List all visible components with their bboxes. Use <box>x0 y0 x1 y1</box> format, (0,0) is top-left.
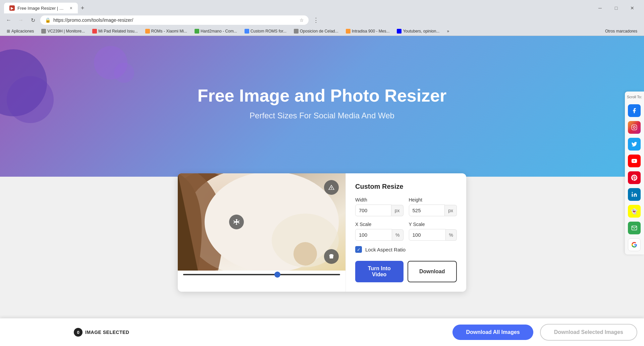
maximize-button[interactable]: □ <box>608 3 624 13</box>
address-bar[interactable]: 🔒 https://promo.com/tools/image-resizer/… <box>40 15 309 25</box>
slider-fill <box>183 274 277 275</box>
bookmark-hard2mano[interactable]: Hard2mano - Com... <box>192 28 240 34</box>
image-panel <box>178 173 345 292</box>
image-slider[interactable] <box>183 274 340 275</box>
yscale-input[interactable] <box>409 229 446 241</box>
svg-point-5 <box>293 242 317 266</box>
lock-aspect-ratio-label: Lock Aspect Ratio <box>365 247 406 252</box>
hero-section: Free Image and Photo Resizer Perfect Siz… <box>0 36 644 177</box>
bookmark-label: Mi Pad Related Issu... <box>98 29 138 34</box>
address-text: https://promo.com/tools/image-resizer/ <box>53 17 297 23</box>
svg-rect-6 <box>632 125 637 130</box>
bookmark-vc239h[interactable]: VC239H | Monitore... <box>39 28 88 34</box>
tab-favicon: ▶ <box>9 5 15 11</box>
svg-point-10 <box>632 192 633 193</box>
bookmark-label: Oposicion de Celad... <box>300 29 338 34</box>
bookmark-star-icon[interactable]: ☆ <box>300 17 304 23</box>
tab-label: Free Image Resizer | Resize Your... <box>17 6 66 11</box>
bookmark-apps[interactable]: ⊞ Aplicaciones <box>4 28 37 34</box>
yscale-input-row: % <box>409 229 457 241</box>
email-icon[interactable] <box>628 222 641 234</box>
yscale-unit: % <box>446 229 457 241</box>
slider-thumb[interactable] <box>274 272 280 278</box>
width-input[interactable] <box>355 205 391 216</box>
height-unit: px <box>445 205 457 216</box>
social-sidebar: Scroll To: 👻 <box>625 92 644 254</box>
new-tab-button[interactable]: + <box>78 3 87 13</box>
pinterest-icon[interactable] <box>628 171 641 184</box>
bookmark-label: » <box>447 29 449 34</box>
hero-decorative-circle-2 <box>114 63 134 83</box>
instagram-icon[interactable] <box>628 121 641 134</box>
tool-card: Custom Resize Width px Height <box>178 173 466 292</box>
bookmark-intradisa[interactable]: Intradisa 900 - Mes... <box>343 28 392 34</box>
scroll-to-label: Scroll To: <box>627 95 642 99</box>
image-warning-button[interactable] <box>324 180 339 195</box>
xscale-label: X Scale <box>355 222 404 227</box>
height-field-group: Height px <box>409 197 457 216</box>
bookmarks-bar: ⊞ Aplicaciones VC239H | Monitore... Mi P… <box>0 27 644 36</box>
coconut-image <box>178 173 345 271</box>
image-slider-bar <box>178 271 345 279</box>
image-preview <box>178 173 345 271</box>
bookmark-label: Intradisa 900 - Mes... <box>352 29 390 34</box>
height-input[interactable] <box>409 205 445 216</box>
tool-area: Custom Resize Width px Height <box>0 167 644 298</box>
youtube-icon[interactable] <box>628 155 641 167</box>
address-bar-row: ← → ↻ 🔒 https://promo.com/tools/image-re… <box>0 13 644 27</box>
lock-aspect-ratio-row: ✓ Lock Aspect Ratio <box>355 246 457 253</box>
hero-subtitle: Perfect Sizes For Social Media And Web <box>250 111 394 120</box>
bookmark-label: Aplicaciones <box>11 29 34 34</box>
lock-aspect-ratio-checkbox[interactable]: ✓ <box>355 246 362 253</box>
browser-chrome: ▶ Free Image Resizer | Resize Your... × … <box>0 0 644 36</box>
active-tab[interactable]: ▶ Free Image Resizer | Resize Your... × <box>4 3 78 13</box>
bookmark-label: Hard2mano - Com... <box>201 29 237 34</box>
svg-point-8 <box>636 126 636 126</box>
reload-button[interactable]: ↻ <box>28 15 38 25</box>
bookmark-custom-roms[interactable]: Custom ROMS for... <box>242 28 289 34</box>
yscale-label: Y Scale <box>409 222 457 227</box>
controls-title: Custom Resize <box>355 183 457 190</box>
snapchat-icon[interactable]: 👻 <box>628 205 641 218</box>
tab-bar: ▶ Free Image Resizer | Resize Your... × … <box>4 3 87 13</box>
width-label: Width <box>355 197 404 203</box>
width-input-row: px <box>355 205 404 216</box>
bookmark-label: Otros marcadores <box>605 29 637 34</box>
page-content: Free Image and Photo Resizer Perfect Siz… <box>0 36 644 308</box>
bookmark-oposicion[interactable]: Oposicion de Celad... <box>291 28 341 34</box>
xscale-field-group: X Scale % <box>355 222 404 241</box>
bookmark-label: Youtubers, opinion... <box>403 29 439 34</box>
back-button[interactable]: ← <box>4 15 13 25</box>
xscale-input[interactable] <box>355 229 392 241</box>
twitter-icon[interactable] <box>628 138 641 151</box>
xscale-unit: % <box>392 229 403 241</box>
image-delete-button[interactable] <box>324 249 339 264</box>
height-input-row: px <box>409 205 457 216</box>
controls-panel: Custom Resize Width px Height <box>345 173 466 292</box>
turn-into-video-button[interactable]: Turn Into Video <box>355 261 404 282</box>
linkedin-icon[interactable] <box>628 188 641 201</box>
window-controls: ─ □ ✕ <box>592 3 640 13</box>
tab-close-button[interactable]: × <box>70 5 72 11</box>
extensions-button[interactable]: ⋮ <box>311 15 321 25</box>
bookmark-mipad[interactable]: Mi Pad Related Issu... <box>90 28 140 34</box>
close-button[interactable]: ✕ <box>625 3 640 13</box>
minimize-button[interactable]: ─ <box>592 3 608 13</box>
bookmark-otros[interactable]: Otros marcadores <box>602 28 640 34</box>
image-move-button[interactable] <box>229 215 244 229</box>
bookmark-more[interactable]: » <box>444 28 452 34</box>
bookmark-label: VC239H | Monitore... <box>47 29 85 34</box>
download-button[interactable]: Download <box>408 261 457 282</box>
address-bar-icons: ☆ <box>300 17 304 23</box>
action-buttons: Turn Into Video Download <box>355 261 457 282</box>
facebook-icon[interactable] <box>628 104 641 117</box>
svg-point-7 <box>633 126 635 128</box>
bookmark-youtubers[interactable]: Youtubers, opinion... <box>394 28 442 34</box>
bookmark-label: Custom ROMS for... <box>251 29 286 34</box>
yscale-field-group: Y Scale % <box>409 222 457 241</box>
google-icon[interactable] <box>628 238 641 251</box>
height-label: Height <box>409 197 457 203</box>
bookmark-roms[interactable]: ROMs - Xiaomi Mi... <box>143 28 190 34</box>
title-bar: ▶ Free Image Resizer | Resize Your... × … <box>0 0 644 13</box>
forward-button[interactable]: → <box>16 15 25 25</box>
